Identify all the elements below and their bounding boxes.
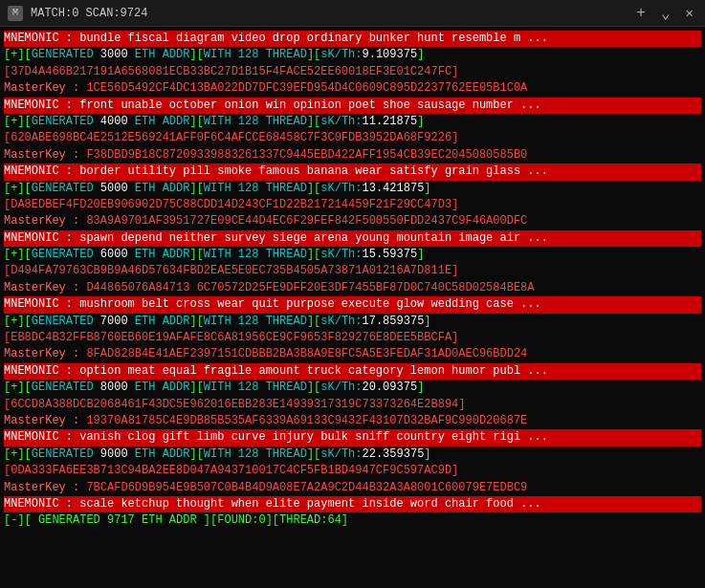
addr-line: [EB8DC4B32FFB8760EB60E19AFAFE8C6A81956CE… — [4, 330, 701, 346]
titlebar-title: MATCH:0 SCAN:9724 — [31, 7, 625, 20]
masterkey-line: MasterKey : 8FAD828B4E41AEF2397151CDBBB2… — [4, 346, 701, 362]
masterkey-line: MasterKey : 19370A81785C4E9DB85B535AF633… — [4, 413, 701, 429]
generated-line: [+][GENERATED 3000 ETH ADDR][WITH 128 TH… — [4, 47, 701, 63]
addr-line: [0DA333FA6EE3B713C94BA2EE8D047A943710017… — [4, 463, 701, 479]
mnemonic-line: MNEMONIC : option meat equal fragile amo… — [4, 363, 701, 380]
generated-line: [+][GENERATED 5000 ETH ADDR][WITH 128 TH… — [4, 181, 701, 197]
generated-line: [+][GENERATED 4000 ETH ADDR][WITH 128 TH… — [4, 114, 701, 130]
icon-letter: M — [12, 8, 18, 18]
masterkey-line: MasterKey : 83A9A9701AF3951727E09CE44D4E… — [4, 213, 701, 229]
close-button[interactable]: ✕ — [682, 5, 697, 21]
app-icon: M — [8, 6, 23, 21]
addr-line: [DA8EDBEF4FD20EB906902D75C88CDD14D243CF1… — [4, 197, 701, 213]
mnemonic-line: MNEMONIC : mushroom belt cross wear quit… — [4, 296, 701, 313]
mnemonic-line: MNEMONIC : front unable october onion wi… — [4, 98, 701, 114]
masterkey-line: MasterKey : 7BCAFD6D9B954E9B507C0B4B4D9A… — [4, 480, 701, 496]
addr-line: [D494FA79763CB9B9A46D57634FBD2EAE5E0EC73… — [4, 263, 701, 279]
mnemonic-line: MNEMONIC : border utility pill smoke fam… — [4, 163, 701, 180]
mnemonic-line: MNEMONIC : bundle fiscal diagram video d… — [4, 31, 701, 47]
mnemonic-line: MNEMONIC : spawn depend neither survey s… — [4, 230, 701, 247]
addr-line: [37D4A466B217191A6568081ECB33BC27D1B15F4… — [4, 64, 701, 80]
generated-line: [+][GENERATED 6000 ETH ADDR][WITH 128 TH… — [4, 247, 701, 263]
generated-line: [-][ GENERATED 9717 ETH ADDR ][FOUND:0][… — [4, 512, 701, 529]
titlebar: M MATCH:0 SCAN:9724 + ⌄ ✕ — [0, 0, 705, 27]
new-tab-button[interactable]: + — [632, 5, 650, 22]
addr-line: [620ABE698BC4E2512E569241AFF0F6C4AFCCE68… — [4, 130, 701, 146]
terminal-content: MNEMONIC : bundle fiscal diagram video d… — [0, 27, 705, 588]
masterkey-line: MasterKey : D44865076A84713 6C70572D25FE… — [4, 280, 701, 296]
dropdown-button[interactable]: ⌄ — [657, 4, 674, 23]
addr-line: [6CCD8A388DCB2068461F43DC5E962016EBB283E… — [4, 397, 701, 413]
generated-line: [+][GENERATED 8000 ETH ADDR][WITH 128 TH… — [4, 380, 701, 396]
masterkey-line: MasterKey : F38DBD9B18C87209339883261337… — [4, 147, 701, 163]
mnemonic-line: MNEMONIC : scale ketchup thought when el… — [4, 496, 701, 512]
generated-line: [+][GENERATED 9000 ETH ADDR][WITH 128 TH… — [4, 446, 701, 463]
mnemonic-line: MNEMONIC : vanish clog gift limb curve i… — [4, 429, 701, 446]
masterkey-line: MasterKey : 1CE56D5492CF4DC13BA022DD7DFC… — [4, 80, 701, 97]
generated-line: [+][GENERATED 7000 ETH ADDR][WITH 128 TH… — [4, 314, 701, 330]
